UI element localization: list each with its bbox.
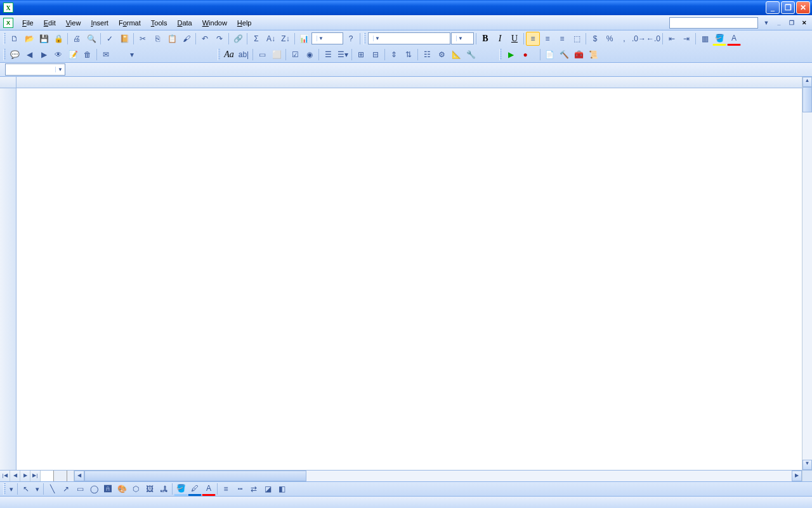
3d-icon[interactable]: ◧ [275,482,289,496]
horizontal-scrollbar[interactable]: ◀ ▶ [74,471,802,481]
dash-style-icon[interactable]: ┅ [233,482,247,496]
percent-button[interactable]: % [603,32,617,46]
scroll-right-button[interactable]: ▶ [792,471,802,481]
increase-decimal-button[interactable]: .0→ [632,32,646,46]
oval-icon[interactable]: ◯ [87,482,101,496]
font-color-button[interactable]: A [727,32,741,46]
autoshapes-menu[interactable]: ▾ [33,485,42,493]
spelling-button[interactable]: ✓ [103,32,117,46]
doc-close-button[interactable]: ✕ [800,18,809,27]
diagram-icon[interactable]: ⬡ [129,482,143,496]
research-button[interactable]: 📔 [117,32,131,46]
decrease-decimal-button[interactable]: ←.0 [646,32,660,46]
open-button[interactable]: 📂 [22,32,36,46]
tab-prev-button[interactable]: ◀ [10,471,20,481]
checkbox-control-icon[interactable]: ☑ [288,48,302,62]
sort-desc-button[interactable]: Z↓ [278,32,292,46]
menu-format[interactable]: Format [114,17,145,29]
currency-button[interactable]: $ [588,32,602,46]
name-box[interactable]: ▼ [5,64,65,76]
listbox-control-icon[interactable]: ☰ [321,48,335,62]
fill-color-button[interactable]: 🪣 [712,32,726,46]
doc-restore-button[interactable]: ❐ [787,18,796,27]
picture-icon[interactable]: 🏞 [157,482,171,496]
tab-last-button[interactable]: ▶| [30,471,41,481]
play-macro-icon[interactable]: ▶ [504,48,518,62]
textbox-control-icon[interactable]: ab| [237,48,251,62]
toolbar-grip[interactable] [499,49,502,60]
code-icon[interactable]: ⚙ [435,48,449,62]
group-control-icon[interactable]: ▭ [255,48,269,62]
font-color-icon[interactable]: A [202,482,216,496]
option-control-icon[interactable]: ◉ [303,48,317,62]
menu-window[interactable]: Window [198,17,232,29]
italic-button[interactable]: I [493,32,507,46]
scroll-up-button[interactable]: ▲ [802,77,812,87]
spinner-control-icon[interactable]: ⇅ [402,48,416,62]
zoom-dropdown[interactable]: ▼ [311,32,343,44]
chart-button[interactable]: 📊 [297,32,311,46]
wordart-icon[interactable]: 🎨 [115,482,129,496]
scroll-left-button[interactable]: ◀ [74,471,84,481]
help-search-box[interactable] [669,17,758,29]
name-box-arrow-icon[interactable]: ▼ [55,67,65,72]
align-right-button[interactable]: ≡ [555,32,569,46]
toolbar-grip[interactable] [218,49,220,60]
tab-first-button[interactable]: |◀ [0,471,10,481]
help-button[interactable]: ? [344,32,358,46]
menu-view[interactable]: View [62,17,86,29]
combo-drop-icon[interactable]: ⊟ [369,48,383,62]
sort-asc-button[interactable]: A↓ [264,32,278,46]
borders-button[interactable]: ▦ [698,32,712,46]
decrease-indent-button[interactable]: ⇤ [665,32,679,46]
scroll-down-button[interactable]: ▼ [802,460,812,470]
textbox-icon[interactable]: 🅰 [101,482,115,496]
scrollbar-control-icon[interactable]: ⇕ [387,48,401,62]
delete-comment-button[interactable]: 🗑 [81,48,95,62]
save-button[interactable]: 💾 [37,32,51,46]
select-objects-icon[interactable]: ↖ [19,482,33,496]
hscroll-thumb[interactable] [84,471,306,481]
permission-button[interactable]: 🔒 [51,32,65,46]
draw-menu[interactable]: ▾ [7,485,16,493]
properties-icon[interactable]: ☷ [420,48,434,62]
toolbar-grip[interactable] [363,33,366,44]
arrow-style-icon[interactable]: ⇄ [247,482,261,496]
tab-checkbook[interactable] [41,471,54,481]
show-comment-button[interactable]: 👁 [51,48,65,62]
paste-button[interactable]: 📋 [165,32,179,46]
redo-button[interactable]: ↷ [213,32,226,46]
rectangle-icon[interactable]: ▭ [73,482,87,496]
prev-comment-button[interactable]: ◀ [22,48,36,62]
record-macro-icon[interactable]: ● [518,48,532,62]
button-control-icon[interactable]: ⬜ [270,48,284,62]
scroll-thumb[interactable] [802,87,812,112]
line-icon[interactable]: ╲ [45,482,59,496]
format-painter-button[interactable]: 🖌 [180,32,193,46]
doc-minimize-button[interactable]: _ [775,18,783,27]
dropdown-icon[interactable]: ▾ [125,48,139,62]
font-dropdown[interactable]: ▼ [368,32,450,44]
copy-button[interactable]: ⎘ [150,32,164,46]
align-center-button[interactable]: ≡ [540,32,554,46]
shadow-icon[interactable]: ◪ [261,482,275,496]
new-comment-button[interactable]: 💬 [8,48,22,62]
dropdown-arrow-icon[interactable]: ▼ [762,18,771,27]
select-all-corner[interactable] [0,77,16,88]
design-icon[interactable]: 🔨 [557,48,571,62]
more-controls-icon[interactable]: 🔧 [464,48,478,62]
control-label-icon[interactable]: Aa [222,48,236,62]
comma-button[interactable]: , [617,32,631,46]
menu-edit[interactable]: Edit [39,17,60,29]
combo-list-icon[interactable]: ⊞ [354,48,368,62]
increase-indent-button[interactable]: ⇥ [679,32,693,46]
close-button[interactable]: ✕ [796,1,810,14]
minimize-button[interactable]: _ [766,1,780,14]
fontsize-dropdown[interactable]: ▼ [451,32,474,44]
design-mode-icon[interactable]: 📐 [449,48,463,62]
script-icon[interactable]: 📜 [586,48,600,62]
line-style-icon[interactable]: ≡ [219,482,233,496]
clipart-icon[interactable]: 🖼 [143,482,157,496]
menu-data[interactable]: Data [173,17,196,29]
autosum-button[interactable]: Σ [249,32,263,46]
